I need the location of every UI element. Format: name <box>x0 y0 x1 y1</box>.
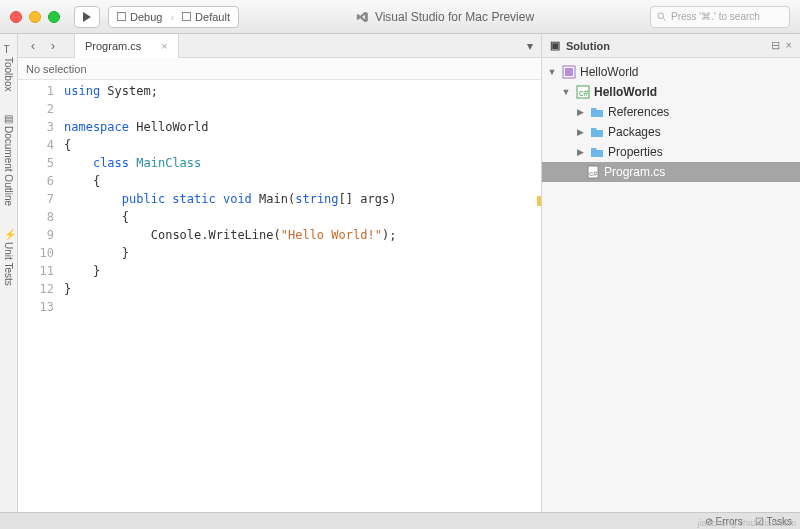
tab-label: Program.cs <box>85 40 141 52</box>
solution-panel-header: ▣ Solution ⊟ × <box>542 34 800 58</box>
tree-folder-packages[interactable]: ▶ Packages <box>542 122 800 142</box>
code-editor[interactable]: 1 2 3 4 5 6 7 8 9 10 11 12 13 using Syst… <box>18 80 541 512</box>
titlebar: Debug › Default Visual Studio for Mac Pr… <box>0 0 800 34</box>
search-icon <box>657 12 667 22</box>
breadcrumb[interactable]: No selection <box>18 58 541 80</box>
rail-toolbox[interactable]: T Toolbox <box>2 40 15 95</box>
collapse-icon[interactable]: ▼ <box>546 67 558 77</box>
rail-tests-label: Unit Tests <box>3 242 14 286</box>
tree-project-label: HelloWorld <box>594 85 657 99</box>
nav-back-button[interactable]: ‹ <box>24 37 42 55</box>
config-debug-label: Debug <box>130 11 162 23</box>
search-placeholder: Press '⌘.' to search <box>671 11 760 22</box>
expand-icon[interactable]: ▶ <box>574 127 586 137</box>
tab-close-button[interactable]: × <box>161 40 167 52</box>
line-number-gutter: 1 2 3 4 5 6 7 8 9 10 11 12 13 <box>18 80 64 512</box>
tree-folder-label: Packages <box>608 125 661 139</box>
chevron-down-icon: ▾ <box>527 39 533 53</box>
status-bar: ⊘ Errors ☑ Tasks <box>0 512 800 529</box>
run-config-selector[interactable]: Debug › Default <box>108 6 239 28</box>
folder-icon <box>590 125 604 139</box>
nav-forward-button[interactable]: › <box>44 37 62 55</box>
editor-pane: ‹ › Program.cs × ▾ No selection 1 2 3 4 … <box>18 34 542 512</box>
solution-file-icon <box>562 65 576 79</box>
tree-project[interactable]: ▼ c# HelloWorld <box>542 82 800 102</box>
config-icon <box>117 12 126 21</box>
solution-panel: ▣ Solution ⊟ × ▼ HelloWorld ▼ c# HelloWo… <box>542 34 800 512</box>
folder-icon <box>590 145 604 159</box>
run-button[interactable] <box>74 6 100 28</box>
tree-folder-label: References <box>608 105 669 119</box>
editor-tab-strip: ‹ › Program.cs × ▾ <box>18 34 541 58</box>
tree-folder-references[interactable]: ▶ References <box>542 102 800 122</box>
tree-file-label: Program.cs <box>604 165 665 179</box>
svg-rect-3 <box>565 68 573 76</box>
csharp-file-icon: c# <box>586 165 600 179</box>
svg-line-1 <box>663 18 666 21</box>
visual-studio-icon <box>355 10 369 24</box>
collapse-icon[interactable]: ▼ <box>560 87 572 97</box>
rail-document-outline[interactable]: ▤ Document Outline <box>2 109 15 210</box>
folder-icon <box>590 105 604 119</box>
solution-title: Solution <box>566 40 610 52</box>
target-icon <box>182 12 191 21</box>
tree-folder-label: Properties <box>608 145 663 159</box>
expand-icon[interactable]: ▶ <box>574 147 586 157</box>
search-input[interactable]: Press '⌘.' to search <box>650 6 790 28</box>
warning-marker[interactable] <box>537 196 541 206</box>
svg-point-0 <box>658 12 664 18</box>
document-outline-icon: ▤ <box>4 113 14 123</box>
svg-text:c#: c# <box>579 88 589 98</box>
tree-folder-properties[interactable]: ▶ Properties <box>542 142 800 162</box>
play-icon <box>82 12 92 22</box>
chevron-left-icon: ‹ <box>31 39 35 53</box>
tree-solution-root[interactable]: ▼ HelloWorld <box>542 62 800 82</box>
solution-tree[interactable]: ▼ HelloWorld ▼ c# HelloWorld ▶ Reference… <box>542 58 800 512</box>
toolbox-icon: T <box>4 44 14 54</box>
rail-toolbox-label: Toolbox <box>3 57 14 91</box>
rail-unit-tests[interactable]: ⚡ Unit Tests <box>2 225 15 290</box>
app-title-text: Visual Studio for Mac Preview <box>375 10 534 24</box>
unit-tests-icon: ⚡ <box>4 229 14 239</box>
editor-dropdown-button[interactable]: ▾ <box>519 39 541 53</box>
app-title: Visual Studio for Mac Preview <box>355 10 534 24</box>
minimize-window-button[interactable] <box>29 11 41 23</box>
chevron-right-icon: › <box>51 39 55 53</box>
rail-outline-label: Document Outline <box>3 126 14 206</box>
code-content[interactable]: using System; namespace HelloWorld { cla… <box>64 80 541 512</box>
solution-icon: ▣ <box>550 39 560 52</box>
watermark: jiaocheng.chazidian.com <box>697 518 796 528</box>
expand-icon[interactable]: ▶ <box>574 107 586 117</box>
tab-program-cs[interactable]: Program.cs × <box>74 34 179 58</box>
svg-text:c#: c# <box>589 169 598 178</box>
maximize-window-button[interactable] <box>48 11 60 23</box>
config-target-label: Default <box>195 11 230 23</box>
left-tool-rail: T Toolbox ▤ Document Outline ⚡ Unit Test… <box>0 34 18 512</box>
tree-root-label: HelloWorld <box>580 65 638 79</box>
csharp-project-icon: c# <box>576 85 590 99</box>
breadcrumb-text: No selection <box>26 63 87 75</box>
panel-autohide-button[interactable]: ⊟ <box>771 39 780 52</box>
tree-file-program-cs[interactable]: c# Program.cs <box>542 162 800 182</box>
panel-close-button[interactable]: × <box>786 39 792 52</box>
close-window-button[interactable] <box>10 11 22 23</box>
window-controls <box>10 11 60 23</box>
